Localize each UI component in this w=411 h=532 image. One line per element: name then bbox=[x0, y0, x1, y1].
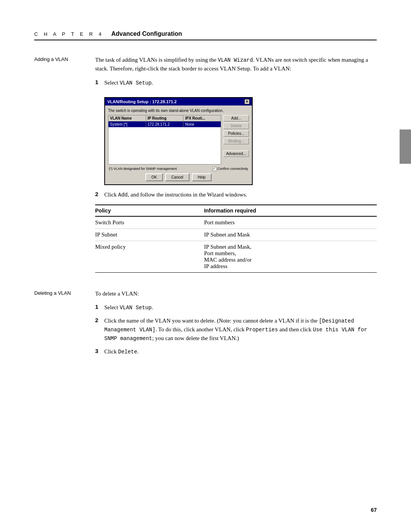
step-1: 1 Select VLAN Setup. bbox=[95, 78, 377, 87]
checkbox-label: Confirm connectivity bbox=[217, 167, 248, 171]
del-step-2: 2 Click the name of the VLAN you want to… bbox=[95, 316, 377, 343]
adding-vlan-label: Adding a VLAN bbox=[34, 56, 95, 278]
table-row: Mixed policy IP Subnet and Mask,Port num… bbox=[95, 241, 377, 272]
adding-vlan-intro: The task of adding VLANs is simplified b… bbox=[95, 56, 377, 73]
del-step-3: 3 Click Delete. bbox=[95, 347, 377, 356]
del-step-2-text: Click the name of the VLAN you want to d… bbox=[104, 316, 377, 343]
policy-ip-subnet: IP Subnet bbox=[95, 228, 204, 241]
dialog-info-text: The switch is operating with its own sta… bbox=[108, 109, 249, 113]
dialog-table-area: VLAN Name IP Routing IPX Routi... System… bbox=[108, 115, 249, 165]
page: C H A P T E R 4 Advanced Configuration A… bbox=[0, 0, 411, 532]
ok-button[interactable]: OK bbox=[145, 173, 163, 181]
del-step-2-num: 2 bbox=[95, 316, 104, 323]
policies-button[interactable]: Policies... bbox=[223, 130, 249, 137]
col-ipx-routing: IPX Routi... bbox=[183, 115, 221, 121]
properties-code: Proper­ties bbox=[246, 327, 278, 333]
footer-text: (*) VLAN designated for SNMP management bbox=[109, 167, 177, 171]
side-tab bbox=[400, 129, 411, 164]
col-ip-routing: IP Routing bbox=[146, 115, 184, 121]
info-ip-subnet: IP Subnet and Mask bbox=[204, 228, 377, 241]
chapter-header: C H A P T E R 4 Advanced Configuration bbox=[34, 30, 377, 40]
add-code: Add bbox=[118, 192, 127, 198]
add-button[interactable]: Add... bbox=[223, 115, 249, 121]
step-2: 2 Click Add, and follow the instructions… bbox=[95, 190, 377, 199]
col-vlan-name: VLAN Name bbox=[108, 115, 146, 121]
dialog-list-header: VLAN Name IP Routing IPX Routi... bbox=[108, 115, 221, 121]
delete-code: Delete bbox=[118, 349, 137, 355]
adding-vlan-body: The task of adding VLANs is simplified b… bbox=[95, 56, 377, 278]
help-button[interactable]: Help bbox=[192, 173, 212, 181]
table-row: Switch Ports Port numbers bbox=[95, 216, 377, 229]
dialog-footer: (*) VLAN designated for SNMP management … bbox=[108, 167, 249, 171]
chapter-label: C H A P T E R 4 bbox=[34, 31, 104, 37]
dialog-close-button[interactable]: ✕ bbox=[244, 99, 250, 104]
del-step-1: 1 Select VLAN Setup. bbox=[95, 303, 377, 312]
dialog-ok-area: OK Cancel Help bbox=[108, 173, 249, 181]
del-step-1-text: Select VLAN Setup. bbox=[104, 303, 153, 312]
step-1-text: Select VLAN Setup. bbox=[104, 78, 153, 87]
adding-vlan-section: Adding a VLAN The task of adding VLANs i… bbox=[34, 56, 377, 278]
deleting-vlan-body: To delete a VLAN: 1 Select VLAN Setup. 2… bbox=[95, 289, 377, 361]
step-2-num: 2 bbox=[95, 190, 104, 197]
policy-table: Policy Information required Switch Ports… bbox=[95, 204, 377, 273]
cancel-button[interactable]: Cancel bbox=[165, 173, 189, 181]
policy-col-header: Policy bbox=[95, 205, 204, 216]
binding-button[interactable]: Binding... bbox=[223, 138, 249, 144]
chapter-title: Advanced Configuration bbox=[112, 30, 182, 37]
dialog-list-container: VLAN Name IP Routing IPX Routi... System… bbox=[108, 115, 221, 165]
deleting-vlan-section: Deleting a VLAN To delete a VLAN: 1 Sele… bbox=[34, 289, 377, 361]
page-number: 67 bbox=[371, 507, 377, 513]
info-switch-ports: Port numbers bbox=[204, 216, 377, 229]
info-mixed: IP Subnet and Mask,Port numbers,MAC addr… bbox=[204, 241, 377, 272]
table-row: IP Subnet IP Subnet and Mask bbox=[95, 228, 377, 241]
row-ip-routing: 172.28.171.2 bbox=[146, 121, 184, 127]
dialog-list: VLAN Name IP Routing IPX Routi... System… bbox=[108, 115, 221, 165]
vlan-dialog: VLAN/Routing Setup : 172.28.171.2 ✕ The … bbox=[104, 97, 253, 185]
row-vlan-name: System [*] bbox=[108, 121, 146, 127]
advanced-button[interactable]: Advanced... bbox=[223, 150, 249, 157]
dialog-list-row[interactable]: System [*] 172.28.171.2 None bbox=[108, 121, 221, 127]
dialog-title: VLAN/Routing Setup : 172.28.171.2 bbox=[107, 99, 177, 104]
dialog-titlebar: VLAN/Routing Setup : 172.28.171.2 ✕ bbox=[105, 98, 252, 105]
del-vlan-setup-code: VLAN Setup bbox=[119, 305, 151, 311]
del-step-3-num: 3 bbox=[95, 347, 104, 354]
vlan-dialog-container: VLAN/Routing Setup : 172.28.171.2 ✕ The … bbox=[104, 97, 253, 185]
confirm-connectivity-checkbox[interactable]: ✓ Confirm connectivity bbox=[212, 167, 248, 171]
delete-button[interactable]: Delete bbox=[223, 123, 249, 129]
row-ipx-routing: None bbox=[183, 121, 221, 127]
deleting-intro: To delete a VLAN: bbox=[95, 289, 377, 298]
info-col-header: Information required bbox=[204, 205, 377, 216]
policy-switch-ports: Switch Ports bbox=[95, 216, 204, 229]
deleting-vlan-label: Deleting a VLAN bbox=[34, 289, 95, 361]
vlan-setup-code: VLAN Setup bbox=[119, 80, 151, 86]
step-1-num: 1 bbox=[95, 78, 104, 85]
policy-mixed: Mixed policy bbox=[95, 241, 204, 272]
del-step-1-num: 1 bbox=[95, 303, 104, 310]
vlan-wizard-code: VLAN Wizard bbox=[218, 57, 253, 63]
dialog-buttons: Add... Delete Policies... Binding... Adv… bbox=[223, 115, 249, 165]
checkbox-icon: ✓ bbox=[212, 167, 217, 171]
step-2-text: Click Add, and follow the instructions i… bbox=[104, 190, 247, 199]
del-step-3-text: Click Delete. bbox=[104, 347, 139, 356]
dialog-body: The switch is operating with its own sta… bbox=[105, 105, 252, 184]
